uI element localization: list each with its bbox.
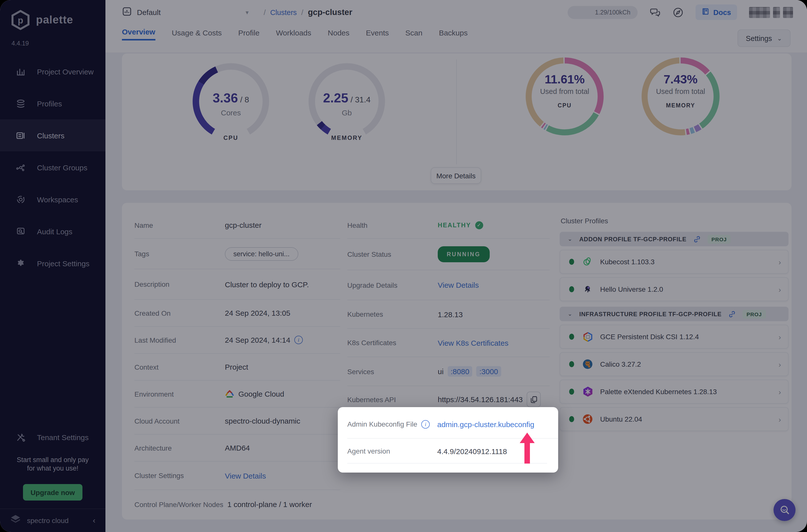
pxk-icon (582, 386, 593, 397)
upgrade-promo-text: Start small and only pay for what you us… (0, 456, 106, 473)
status-dot-green (569, 286, 574, 292)
upgrade-now-button[interactable]: Upgrade now (23, 484, 82, 500)
detail-row-health: Health HEALTHY✓ (347, 212, 550, 239)
profile-layer-gce-disk[interactable]: GCE Persistent Disk CSI 1.12.4 › (560, 325, 789, 349)
profile-layer-palette-extended-kubernetes[interactable]: Palette eXtended Kubernetes 1.28.13 › (560, 380, 789, 404)
agent-version-value: 4.4.9/20240912.1118 (437, 447, 507, 455)
usage-quota-pill[interactable]: 1.29/100kCh (567, 6, 637, 19)
spectro-cloud-icon (10, 514, 21, 527)
chevron-down-icon: ⌄ (777, 35, 782, 42)
detail-row-architecture: Architecture AMD64 (134, 435, 340, 461)
cluster-profiles-panel: Cluster Profiles ⌄ ADDON PROFILE TF-GCP-… (560, 217, 789, 435)
sidebar-tenant: Tenant Settings (0, 421, 106, 453)
breadcrumb-current: gcp-cluster (308, 7, 352, 17)
project-selector[interactable]: Default ▾ (122, 6, 249, 18)
tab-events[interactable]: Events (366, 28, 389, 40)
info-icon[interactable]: i (294, 336, 303, 344)
cpu-used-value: 3.36 (213, 90, 238, 106)
admin-kubeconfig-file-link[interactable]: admin.gcp-cluster.kubeconfig (437, 420, 534, 428)
cpu-usage-caption: Used from total (525, 88, 605, 95)
sidebar-item-clusters[interactable]: Clusters (0, 119, 106, 151)
tag-pill[interactable]: service: hello-uni... (225, 247, 298, 261)
info-icon[interactable]: i (421, 420, 430, 428)
tab-profile[interactable]: Profile (238, 28, 260, 40)
compass-icon[interactable] (672, 7, 683, 18)
sidebar-item-tenant-settings[interactable]: Tenant Settings (0, 421, 106, 453)
settings-button[interactable]: Settings ⌄ (737, 30, 790, 47)
highlight-arrow-icon (519, 433, 536, 463)
chevron-right-icon: › (778, 258, 781, 266)
tab-backups[interactable]: Backups (439, 28, 468, 40)
addon-profile-group-header[interactable]: ⌄ ADDON PROFILE TF-GCP-PROFILE PROJ (560, 232, 789, 246)
details-right-column: Health HEALTHY✓ Cluster Status RUNNING U… (347, 212, 550, 413)
detail-row-kubernetes: Kubernetes 1.28.13 (347, 300, 550, 329)
detail-row-cluster-status: Cluster Status RUNNING (347, 239, 550, 270)
detail-row-description: Description Cluster to deploy to GCP. (134, 269, 340, 300)
chevron-right-icon: › (778, 415, 781, 423)
cluster-settings-view-details-link[interactable]: View Details (225, 471, 266, 480)
sidebar-item-workspaces[interactable]: Workspaces (0, 183, 106, 215)
cpu-gauge: 3.36 / 8 Cores CPU (191, 61, 271, 141)
sidebar-item-audit-logs[interactable]: Audit Logs (0, 215, 106, 247)
tab-scan[interactable]: Scan (405, 28, 422, 40)
cluster-tabs: Overview Usage & Costs Profile Workloads… (122, 27, 468, 40)
tab-usage-costs[interactable]: Usage & Costs (172, 28, 222, 40)
cpu-metric-label: CPU (191, 134, 271, 141)
sidebar-collapse-icon[interactable]: ‹ (93, 516, 95, 525)
sidebar-footer: spectro cloud ‹ (0, 509, 106, 532)
infrastructure-profile-group-header[interactable]: ⌄ INFRASTRUCTURE PROFILE TF-GCP-PROFILE … (560, 307, 789, 321)
more-details-button[interactable]: More Details (431, 167, 481, 184)
service-port-8080-link[interactable]: :8080 (448, 366, 472, 377)
profile-layer-kubecost[interactable]: Kubecost 1.103.3 › (560, 250, 789, 274)
proj-scope-badge: PROJ (708, 234, 731, 244)
sidebar-item-profiles[interactable]: Profiles (0, 88, 106, 119)
profile-layer-ubuntu[interactable]: Ubuntu 22.04 › (560, 407, 789, 431)
sidebar-item-project-overview[interactable]: Project Overview (0, 55, 106, 88)
docs-button[interactable]: Docs (695, 4, 737, 20)
spectro-cloud-label: spectro cloud (27, 516, 87, 525)
details-left-column: Name gcp-cluster Tags service: hello-uni… (134, 212, 340, 518)
detail-row-cloud-account: Cloud Account spectro-cloud-dynamic (134, 407, 340, 435)
chat-icon[interactable] (649, 7, 660, 18)
memory-usage-caption: Used from total (641, 88, 720, 95)
detail-row-services: Services ui :8080 :3000 (347, 357, 550, 386)
audit-icon (16, 226, 25, 236)
brand-logo[interactable]: p palette (11, 10, 73, 30)
user-account-redacted[interactable] (749, 7, 793, 18)
breadcrumb-clusters-link[interactable]: Clusters (270, 8, 297, 16)
profile-layer-calico[interactable]: Calico 3.27.2 › (560, 352, 789, 376)
chevron-right-icon: › (778, 360, 781, 368)
link-icon[interactable] (729, 310, 735, 318)
svg-text:p: p (18, 15, 23, 25)
sidebar-item-project-settings[interactable]: Project Settings (0, 247, 106, 279)
profile-layer-hello-universe[interactable]: Hello Universe 1.2.0 › (560, 277, 789, 301)
ubuntu-icon (582, 414, 593, 424)
memory-used-value: 2.25 (323, 90, 348, 106)
tab-nodes[interactable]: Nodes (328, 28, 350, 40)
memory-usage-metric: MEMORY (641, 102, 720, 108)
memory-unit-label: Gb (307, 108, 387, 117)
detail-row-tags: Tags service: hello-uni... (134, 239, 340, 269)
detail-row-cluster-settings: Cluster Settings View Details (134, 461, 340, 490)
screen: p palette 4.4.19 Project Overview Profil… (0, 0, 807, 532)
docs-label: Docs (713, 8, 731, 16)
cpu-total-value: / 8 (240, 95, 249, 104)
link-icon[interactable] (694, 235, 700, 243)
view-k8s-certificates-link[interactable]: View K8s Certificates (438, 338, 508, 347)
top-bar: Default ▾ / Clusters / gcp-cluster 1.29/… (106, 0, 807, 53)
service-port-3000-link[interactable]: :3000 (476, 366, 501, 377)
book-icon (701, 7, 709, 17)
status-dot-green (569, 416, 574, 422)
tab-workloads[interactable]: Workloads (276, 28, 311, 40)
copy-icon[interactable] (527, 392, 541, 407)
card-divider (456, 59, 457, 164)
detail-row-environment: Environment Google Cloud (134, 381, 340, 407)
usage-summary-card: 3.36 / 8 Cores CPU 2.25 / 31.4 Gb MEMORY… (122, 54, 791, 190)
search-fab-button[interactable] (773, 499, 795, 521)
settings-label: Settings (746, 34, 772, 42)
gear-icon (16, 258, 25, 268)
tab-overview[interactable]: Overview (122, 27, 155, 40)
sidebar-item-cluster-groups[interactable]: Cluster Groups (0, 151, 106, 183)
detail-row-created-on: Created On 24 Sep 2024, 13:05 (134, 300, 340, 327)
upgrade-view-details-link[interactable]: View Details (438, 281, 479, 289)
